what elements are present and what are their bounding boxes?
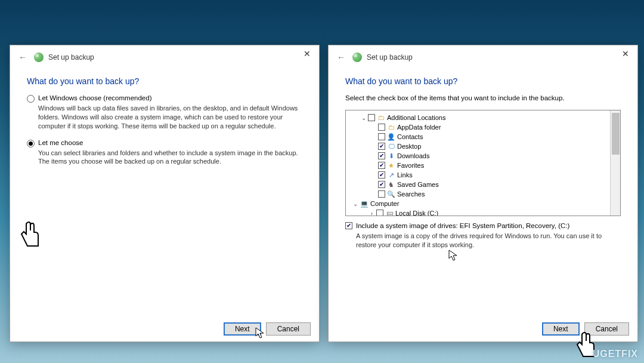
items-tree: ⌄ 🗀 Additional Locations 🗀 AppData folde… [345, 110, 621, 216]
checkbox[interactable] [378, 152, 385, 159]
tree-node-searches[interactable]: 🔍 Searches [347, 189, 619, 199]
backup-globe-icon [352, 53, 362, 62]
dialog-content: What do you want to back up? Let Windows… [10, 67, 319, 179]
backup-wizard-select-items: ✕ ← Set up backup What do you want to ba… [328, 45, 638, 342]
search-icon: 🔍 [386, 190, 396, 198]
radio-description: You can select libraries and folders and… [38, 149, 302, 167]
contacts-icon: 👤 [386, 133, 396, 141]
checkbox[interactable] [378, 133, 385, 140]
tree-node-links[interactable]: ↗ Links [347, 170, 619, 180]
dialog-title: Set up backup [367, 53, 413, 61]
radio-description: Windows will back up data files saved in… [38, 104, 302, 131]
downloads-icon: ⬇ [386, 152, 396, 160]
checkbox[interactable] [376, 210, 383, 216]
tree-label: Searches [397, 190, 425, 198]
checkbox[interactable] [378, 143, 385, 150]
cancel-button[interactable]: Cancel [584, 322, 629, 336]
dialog-content: What do you want to back up? Select the … [329, 67, 637, 254]
scrollbar[interactable] [610, 110, 620, 216]
checkbox[interactable] [345, 222, 352, 229]
computer-icon: 💻 [360, 199, 369, 208]
checkbox[interactable] [368, 114, 375, 121]
tree-node-local-disk[interactable]: › 🖴 Local Disk (C:) [347, 208, 619, 216]
next-button[interactable]: Next [224, 322, 261, 336]
checkbox[interactable] [378, 190, 385, 198]
include-label: Include a system image of drives: EFI Sy… [356, 222, 569, 229]
tree-node-downloads[interactable]: ⬇ Downloads [347, 151, 619, 161]
checkbox[interactable] [378, 162, 385, 169]
tree-node-desktop[interactable]: 🖵 Desktop [347, 141, 619, 151]
include-description: A system image is a copy of the drives r… [356, 232, 621, 250]
watermark: UGETFIX [593, 349, 638, 359]
game-icon: ♞ [386, 180, 396, 189]
cancel-button[interactable]: Cancel [266, 322, 311, 336]
tree-node-saved-games[interactable]: ♞ Saved Games [347, 180, 619, 189]
checkbox[interactable] [378, 181, 385, 188]
radio-label: Let me choose [38, 139, 83, 146]
collapse-icon[interactable]: ⌄ [352, 201, 358, 207]
page-heading: What do you want to back up? [27, 76, 302, 86]
radio-icon[interactable] [27, 140, 35, 147]
folder-icon: 🗀 [386, 123, 396, 131]
tree-label: Downloads [397, 152, 429, 159]
collapse-icon[interactable]: ⌄ [360, 115, 367, 121]
tree-node-favorites[interactable]: ★ Favorites [347, 161, 619, 170]
scrollbar-thumb[interactable] [612, 113, 620, 155]
expand-icon[interactable]: › [369, 210, 375, 217]
checkbox[interactable] [378, 171, 385, 179]
page-heading: What do you want to back up? [345, 76, 621, 86]
tree-label: Favorites [397, 162, 424, 169]
backup-wizard-choose-mode: ✕ ← Set up backup What do you want to ba… [10, 45, 320, 342]
star-icon: ★ [386, 161, 396, 170]
tree-label: Additional Locations [387, 114, 445, 121]
tree-label: AppData folder [397, 124, 441, 131]
dialog-footer: Next Cancel [542, 322, 629, 336]
dialog-header: ← Set up backup [10, 45, 319, 67]
folder-icon: 🗀 [376, 113, 386, 122]
back-arrow-icon[interactable]: ← [335, 51, 348, 63]
tree-label: Links [397, 171, 413, 179]
tree-label: Desktop [397, 143, 421, 150]
tree-node-contacts[interactable]: 👤 Contacts [347, 132, 619, 141]
checkbox[interactable] [378, 124, 385, 131]
close-icon[interactable]: ✕ [300, 48, 314, 60]
tree-label: Contacts [397, 133, 423, 140]
desktop-icon: 🖵 [386, 142, 396, 150]
next-button[interactable]: Next [542, 322, 580, 336]
radio-label: Let Windows choose (recommended) [38, 94, 151, 101]
instruction-text: Select the check box of the items that y… [345, 94, 621, 101]
tree-label: Computer [370, 200, 399, 207]
tree-label: Local Disk (C:) [395, 210, 438, 216]
dialog-header: ← Set up backup [329, 45, 637, 67]
disk-icon: 🖴 [385, 209, 394, 216]
include-system-image-checkbox[interactable]: Include a system image of drives: EFI Sy… [345, 222, 621, 229]
tree-node-appdata[interactable]: 🗀 AppData folder [347, 122, 619, 132]
dialog-title: Set up backup [48, 53, 94, 61]
tree-node-computer[interactable]: ⌄ 💻 Computer [347, 199, 619, 208]
close-icon[interactable]: ✕ [618, 48, 633, 60]
radio-let-windows-choose[interactable]: Let Windows choose (recommended) [27, 94, 302, 103]
tree-node-additional-locations[interactable]: ⌄ 🗀 Additional Locations [347, 113, 619, 122]
radio-let-me-choose[interactable]: Let me choose [27, 139, 302, 147]
backup-globe-icon [34, 53, 44, 62]
back-arrow-icon[interactable]: ← [16, 51, 29, 63]
tree-label: Saved Games [397, 181, 439, 188]
dialog-footer: Next Cancel [224, 322, 311, 336]
radio-icon[interactable] [27, 95, 35, 103]
links-icon: ↗ [386, 171, 396, 179]
